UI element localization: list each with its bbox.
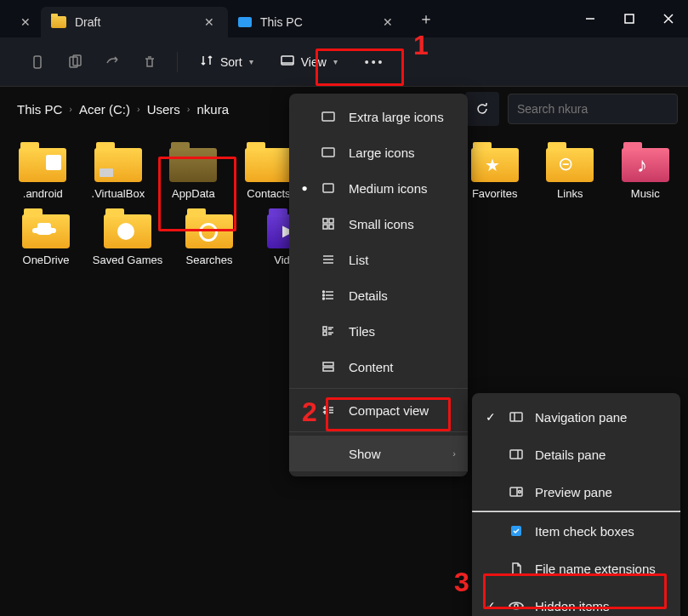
window-controls bbox=[571, 5, 688, 32]
svg-point-22 bbox=[323, 291, 325, 293]
folder-icon bbox=[169, 143, 217, 182]
menu-item-label: Medium icons bbox=[349, 181, 428, 196]
view-label: View bbox=[301, 55, 327, 69]
menu-item-label: Hidden items bbox=[535, 599, 610, 613]
checkitem-icon bbox=[508, 525, 525, 537]
minimize-button[interactable] bbox=[571, 5, 610, 32]
tab-prev-close[interactable]: ✕ bbox=[7, 7, 41, 37]
menu-item-label: Details pane bbox=[535, 448, 606, 462]
maximize-button[interactable] bbox=[610, 5, 649, 32]
check-icon: ✓ bbox=[484, 410, 498, 424]
folder-icon bbox=[22, 209, 70, 248]
folder-icon bbox=[622, 143, 669, 182]
crumb[interactable]: Users bbox=[147, 102, 180, 117]
menu-separator bbox=[289, 388, 468, 389]
folder-label: .VirtualBox bbox=[92, 187, 145, 201]
annotation-number: 3 bbox=[454, 567, 469, 598]
folder-item[interactable]: .VirtualBox bbox=[84, 143, 153, 201]
folder-item[interactable]: Saved Games bbox=[90, 209, 165, 267]
crumb[interactable]: Acer (C:) bbox=[79, 102, 130, 117]
view-button[interactable]: View ▾ bbox=[269, 48, 350, 76]
menu-item-label: Details bbox=[349, 288, 388, 303]
menu-item-label: Tiles bbox=[349, 324, 375, 339]
menu-item-details-pane[interactable]: Details pane bbox=[472, 436, 680, 473]
annotation-number: 1 bbox=[413, 30, 429, 61]
svg-point-24 bbox=[323, 298, 325, 299]
menu-item-tiles[interactable]: Tiles bbox=[289, 313, 468, 349]
menu-item-details[interactable]: Details bbox=[289, 277, 468, 313]
copy-button[interactable] bbox=[58, 45, 92, 79]
svg-rect-11 bbox=[323, 184, 333, 192]
menu-item-item-check-boxes[interactable]: Item check boxes bbox=[472, 512, 680, 550]
menu-item-hidden-items[interactable]: ✓ Hidden items bbox=[472, 587, 680, 616]
annotation-number: 2 bbox=[302, 396, 317, 428]
folder-item[interactable]: Links bbox=[536, 143, 605, 201]
tab-this-pc[interactable]: This PC ✕ bbox=[228, 7, 407, 37]
folder-item[interactable]: Music bbox=[611, 143, 680, 201]
crumb[interactable]: This PC bbox=[17, 102, 62, 117]
sort-button[interactable]: Sort ▾ bbox=[188, 47, 265, 77]
tab-label: This PC bbox=[260, 15, 303, 29]
svg-rect-31 bbox=[323, 362, 333, 366]
menu-item-label: Show bbox=[349, 447, 381, 461]
cut-button[interactable] bbox=[20, 45, 54, 79]
divider bbox=[177, 52, 178, 72]
menu-item-extra-large-icons[interactable]: Extra large icons bbox=[289, 99, 468, 134]
menu-item-preview-pane[interactable]: Preview pane bbox=[472, 473, 680, 510]
folder-label: Saved Games bbox=[93, 254, 162, 267]
folder-item[interactable]: .android bbox=[9, 143, 77, 201]
menu-item-show[interactable]: Show› bbox=[289, 436, 468, 471]
svg-rect-1 bbox=[625, 14, 634, 23]
menu-item-label: Preview pane bbox=[535, 485, 612, 499]
prevpane-icon bbox=[508, 487, 525, 497]
folder-icon bbox=[245, 143, 293, 182]
menu-item-content[interactable]: Content bbox=[289, 349, 468, 385]
folder-item[interactable]: Favorites bbox=[460, 143, 529, 201]
chevron-down-icon: ▾ bbox=[249, 57, 253, 66]
menu-item-small-icons[interactable]: Small icons bbox=[289, 206, 468, 242]
more-button[interactable]: ••• bbox=[353, 48, 397, 76]
menu-item-file-name-extensions[interactable]: File name extensions bbox=[472, 550, 680, 587]
folder-icon bbox=[471, 143, 519, 182]
folder-label: Contacts bbox=[247, 187, 290, 201]
folder-label: OneDrive bbox=[23, 254, 70, 267]
sort-icon bbox=[200, 54, 213, 70]
menu-item-label: Extra large icons bbox=[349, 110, 444, 124]
tab-draft[interactable]: Draft ✕ bbox=[41, 7, 228, 37]
breadcrumb[interactable]: This PC › Acer (C:) › Users › nkura bbox=[10, 99, 236, 120]
close-window-button[interactable] bbox=[649, 5, 688, 32]
chevron-right-icon: › bbox=[137, 104, 140, 114]
tab-label: Draft bbox=[75, 15, 100, 29]
refresh-button[interactable] bbox=[465, 92, 499, 126]
folder-label: Searches bbox=[186, 254, 233, 267]
folder-item[interactable]: OneDrive bbox=[9, 209, 83, 267]
svg-point-41 bbox=[515, 604, 518, 607]
close-icon: ✕ bbox=[17, 12, 34, 32]
folder-item[interactable]: Searches bbox=[172, 209, 247, 267]
menu-item-label: Content bbox=[349, 360, 394, 374]
delete-button[interactable] bbox=[133, 45, 167, 79]
menu-separator bbox=[289, 431, 468, 432]
view-icon bbox=[281, 54, 294, 69]
folder-label: Links bbox=[557, 187, 583, 201]
close-icon[interactable]: ✕ bbox=[379, 12, 396, 32]
menu-item-label: Large icons bbox=[349, 145, 415, 160]
folder-icon bbox=[546, 143, 594, 182]
close-icon[interactable]: ✕ bbox=[201, 12, 218, 32]
crumb[interactable]: nkura bbox=[197, 102, 230, 117]
navpane-icon bbox=[508, 412, 525, 422]
monitor-icon bbox=[238, 17, 252, 27]
svg-rect-4 bbox=[34, 56, 41, 68]
menu-item-list[interactable]: List bbox=[289, 242, 468, 277]
menu-item-large-icons[interactable]: Large icons bbox=[289, 134, 468, 170]
menu-item-medium-icons[interactable]: ● Medium icons bbox=[289, 170, 468, 206]
folder-item[interactable]: AppData bbox=[159, 143, 228, 201]
folder-icon bbox=[51, 16, 66, 28]
menu-item-label: Compact view bbox=[349, 403, 429, 418]
menu-item-label: File name extensions bbox=[535, 562, 656, 576]
menu-item-label: List bbox=[349, 253, 368, 267]
rect-lg-icon bbox=[320, 111, 337, 123]
search-input[interactable] bbox=[508, 94, 678, 124]
menu-item-navigation-pane[interactable]: ✓ Navigation pane bbox=[472, 398, 680, 436]
share-button[interactable] bbox=[95, 45, 129, 79]
